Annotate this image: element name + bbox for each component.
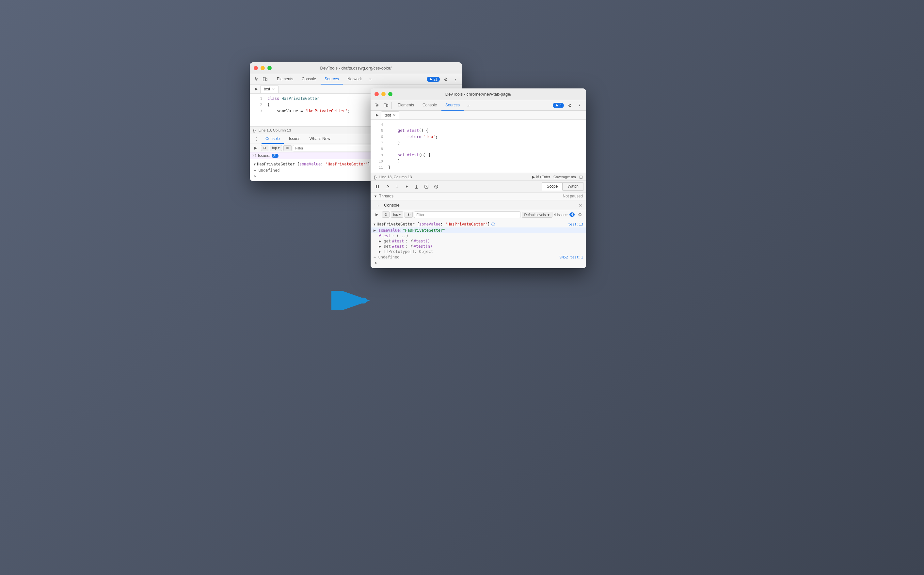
window-title-back: DevTools - drafts.csswg.org/css-color/ bbox=[320, 65, 392, 70]
svg-rect-5 bbox=[386, 105, 388, 107]
more-options-back[interactable]: ⋮ bbox=[452, 75, 460, 83]
step-over-btn[interactable] bbox=[383, 183, 391, 191]
maximize-button-back[interactable] bbox=[267, 66, 272, 70]
step-out-btn[interactable] bbox=[402, 183, 411, 191]
top-dropdown-front[interactable]: top ▾ bbox=[391, 211, 403, 218]
console-output-front: ▼ HasPrivateGetter {someValue: 'HasPriva… bbox=[371, 219, 586, 268]
expand-icon[interactable]: ⊡ bbox=[579, 175, 583, 179]
maximize-button-front[interactable] bbox=[388, 92, 393, 96]
settings-icon-back[interactable]: ⚙ bbox=[442, 75, 450, 83]
undefined-row: ← undefined VM52 test:1 bbox=[371, 254, 586, 260]
file-tab-test-front[interactable]: test ✕ bbox=[381, 111, 399, 119]
svg-line-19 bbox=[425, 186, 428, 187]
svg-rect-0 bbox=[263, 77, 266, 81]
status-bar-front: {} Line 13, Column 13 ▶ ⌘+Enter Coverage… bbox=[371, 173, 586, 181]
devtools-front-window: DevTools - chrome://new-tab-page/ Elemen… bbox=[371, 89, 586, 268]
issues-badge-sm-front: 4 bbox=[569, 213, 575, 217]
run-icon-console-back[interactable]: ▶ bbox=[252, 144, 259, 152]
svg-text:!: ! bbox=[431, 78, 431, 80]
svg-marker-9 bbox=[388, 186, 389, 187]
console-three-dot-front[interactable]: ⋮ bbox=[374, 201, 382, 209]
deactivate-btn[interactable] bbox=[422, 183, 431, 191]
run-icon-console-front[interactable]: ▶ bbox=[373, 211, 381, 219]
device-icon[interactable] bbox=[261, 75, 269, 83]
obj-get-line: ▶ get #test : f #test() bbox=[371, 238, 586, 244]
cursor-arrow: ▶ bbox=[374, 228, 376, 233]
step-into-btn[interactable] bbox=[393, 183, 401, 191]
console-three-dot[interactable]: ⋮ bbox=[252, 135, 260, 143]
issues-tab-back[interactable]: Issues bbox=[285, 134, 304, 144]
eye-icon-front[interactable]: 👁 bbox=[404, 212, 413, 218]
toolbar-right-back: ! 21 ⚙ ⋮ bbox=[427, 75, 460, 83]
filter-input-front[interactable] bbox=[414, 211, 520, 218]
more-tabs-front[interactable]: » bbox=[464, 102, 472, 109]
tab-network-back[interactable]: Network bbox=[344, 74, 366, 84]
title-bar-front: DevTools - chrome://new-tab-page/ bbox=[371, 89, 586, 100]
console-overlay: ⋮ Console ✕ ▶ ⊘ top ▾ 👁 Default levels ▼… bbox=[371, 200, 586, 268]
device-icon-front[interactable] bbox=[382, 102, 390, 109]
console-header-title: Console bbox=[384, 203, 400, 208]
eye-icon-back[interactable]: 👁 bbox=[283, 145, 291, 151]
close-button-front[interactable] bbox=[374, 92, 379, 96]
file-tab-close-front[interactable]: ✕ bbox=[393, 113, 396, 118]
issues-badge-front[interactable]: 4 bbox=[553, 103, 564, 108]
close-button-back[interactable] bbox=[254, 66, 258, 70]
step-btn[interactable] bbox=[412, 183, 421, 191]
run-icon-front[interactable]: ▶ bbox=[373, 111, 381, 119]
run-icon-back[interactable]: ▶ bbox=[252, 85, 260, 93]
inspect-icon-front[interactable] bbox=[373, 102, 381, 109]
toolbar-right-front: 4 ⚙ ⋮ bbox=[553, 102, 584, 109]
console-tab-back[interactable]: Console bbox=[262, 134, 284, 144]
tab-elements-back[interactable]: Elements bbox=[273, 74, 297, 84]
default-levels-dropdown[interactable]: Default levels ▼ bbox=[522, 212, 552, 218]
scene: DevTools - drafts.csswg.org/css-color/ E… bbox=[250, 43, 674, 532]
pause-btn[interactable] bbox=[373, 183, 382, 191]
code-line-7: 7 } bbox=[371, 140, 586, 146]
whats-new-tab-back[interactable]: What's New bbox=[305, 134, 334, 144]
settings-icon-front[interactable]: ⚙ bbox=[566, 102, 574, 109]
inspect-icon[interactable] bbox=[252, 75, 260, 83]
console-close-btn[interactable]: ✕ bbox=[579, 203, 582, 208]
svg-rect-4 bbox=[384, 103, 386, 107]
curly-icon: {} bbox=[253, 128, 256, 133]
info-icon-front: ⓘ bbox=[491, 222, 495, 227]
traffic-lights-front bbox=[374, 92, 393, 96]
top-dropdown-back[interactable]: top ▾ bbox=[270, 145, 282, 151]
tab-sources-front[interactable]: Sources bbox=[441, 100, 464, 111]
code-line-11: 11 } bbox=[371, 164, 586, 171]
block-icon-back[interactable]: ⊘ bbox=[261, 145, 269, 151]
issues-count-front: 4 Issues: 4 bbox=[554, 213, 575, 217]
minimize-button-front[interactable] bbox=[381, 92, 386, 96]
traffic-lights-back bbox=[254, 66, 272, 70]
threads-bar: ▼ Threads Not paused bbox=[371, 192, 586, 200]
console-filter-front: ▶ ⊘ top ▾ 👁 Default levels ▼ 4 Issues: 4… bbox=[371, 210, 586, 219]
svg-marker-12 bbox=[396, 187, 398, 188]
scope-tab[interactable]: Scope bbox=[542, 183, 563, 191]
code-line-5: 5 get #test() { bbox=[371, 128, 586, 134]
minimize-button-back[interactable] bbox=[261, 66, 265, 70]
svg-rect-7 bbox=[376, 185, 377, 188]
tab-elements-front[interactable]: Elements bbox=[394, 100, 418, 111]
test-link-front[interactable]: test:13 bbox=[568, 222, 583, 227]
blue-arrow-container bbox=[331, 291, 371, 312]
code-line-8: 8 bbox=[371, 146, 586, 152]
console-settings-front[interactable]: ⚙ bbox=[576, 211, 584, 219]
not-paused-text: Not paused bbox=[563, 194, 583, 199]
scope-tabs-container: Scope Watch bbox=[542, 183, 584, 191]
more-tabs-back[interactable]: » bbox=[366, 75, 374, 83]
tab-console-back[interactable]: Console bbox=[298, 74, 320, 84]
debugger-bar-front: Scope Watch bbox=[371, 181, 586, 192]
file-tab-test-back[interactable]: test ✕ bbox=[260, 85, 278, 93]
vm-link-front[interactable]: VM52 test:1 bbox=[559, 255, 583, 259]
tab-console-front[interactable]: Console bbox=[418, 100, 441, 111]
run-btn-front[interactable]: ▶ ⌘+Enter bbox=[532, 175, 550, 179]
file-tab-close-back[interactable]: ✕ bbox=[272, 87, 275, 91]
stop-btn[interactable] bbox=[432, 183, 441, 191]
watch-tab[interactable]: Watch bbox=[563, 183, 584, 191]
block-icon-front[interactable]: ⊘ bbox=[382, 211, 390, 218]
coverage-text: Coverage: n/a bbox=[553, 175, 576, 179]
issues-badge-back[interactable]: ! 21 bbox=[427, 77, 440, 82]
svg-marker-14 bbox=[406, 185, 408, 187]
more-options-front[interactable]: ⋮ bbox=[576, 102, 584, 109]
tab-sources-back[interactable]: Sources bbox=[321, 74, 343, 84]
